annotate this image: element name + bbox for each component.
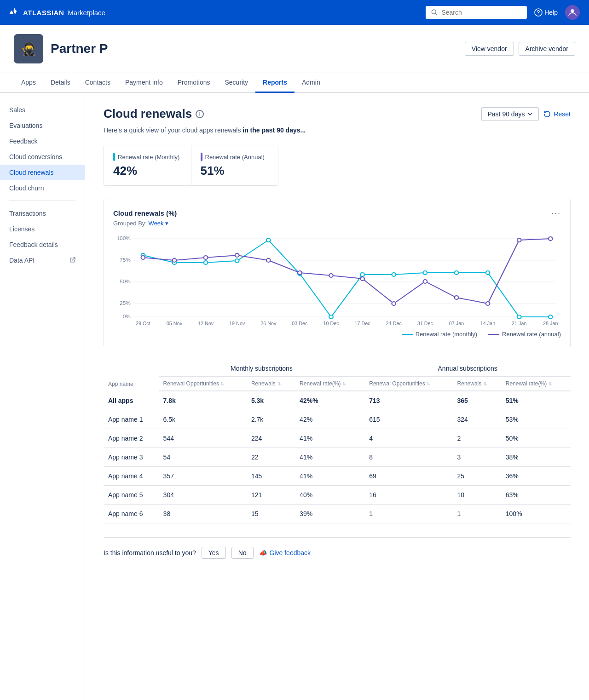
col-a-opp: Renewal Opportunities ⇅	[364, 376, 452, 391]
page-header: Cloud renewals i Past 90 days Reset	[104, 107, 571, 121]
sidebar-label-cloud-renewals: Cloud renewals	[9, 169, 54, 176]
sidebar-item-feedback-details[interactable]: Feedback details	[0, 237, 85, 252]
sort-icon: ⇅	[427, 381, 430, 386]
svg-text:21 Jan: 21 Jan	[512, 321, 527, 326]
sidebar-item-evaluations[interactable]: Evaluations	[0, 118, 85, 133]
reset-button[interactable]: Reset	[543, 110, 571, 118]
search-input[interactable]	[441, 9, 521, 16]
view-vendor-button[interactable]: View vendor	[465, 42, 514, 56]
sidebar-item-sales[interactable]: Sales	[0, 102, 85, 118]
tab-apps[interactable]: Apps	[14, 73, 43, 93]
tab-contacts[interactable]: Contacts	[78, 73, 118, 93]
svg-text:07 Jan: 07 Jan	[449, 321, 464, 326]
cell-m-rate: 41%	[295, 429, 364, 448]
brand-name: ATLASSIAN	[23, 9, 64, 17]
tab-details[interactable]: Details	[43, 73, 78, 93]
chevron-down-icon	[527, 111, 533, 117]
avatar-icon	[568, 8, 577, 17]
tab-security[interactable]: Security	[218, 73, 256, 93]
table-row: App name 5 304 121 40% 16 10 63%	[104, 486, 571, 505]
col-m-ren: Renewals ⇅	[247, 376, 295, 391]
cell-m-rate: 41%	[295, 467, 364, 486]
sidebar-item-cloud-renewals[interactable]: Cloud renewals	[0, 165, 85, 180]
sidebar-label-feedback-details: Feedback details	[9, 241, 58, 248]
svg-text:03 Dec: 03 Dec	[292, 321, 307, 326]
tab-reports[interactable]: Reports	[255, 73, 294, 93]
svg-text:14 Jan: 14 Jan	[480, 321, 496, 326]
annual-dot	[423, 280, 427, 283]
tab-payment-info[interactable]: Payment info	[118, 73, 170, 93]
help-button[interactable]: Help	[534, 8, 558, 17]
search-icon	[431, 9, 438, 16]
sidebar-label-cloud-conversions: Cloud conversions	[9, 153, 62, 161]
cell-a-rate: 38%	[501, 448, 571, 467]
svg-point-0	[432, 10, 436, 14]
subtitle-text: Here's a quick view of your cloud apps r…	[104, 126, 241, 134]
col-app-name: App name	[104, 361, 159, 391]
sidebar-item-cloud-churn[interactable]: Cloud churn	[0, 180, 85, 196]
annual-dot	[235, 253, 239, 257]
legend-purple-line	[488, 334, 499, 335]
table-row: App name 3 54 22 41% 8 3 38%	[104, 448, 571, 467]
sidebar-item-cloud-conversions[interactable]: Cloud conversions	[0, 149, 85, 165]
table-section: App name Monthly subscriptions Annual su…	[104, 361, 571, 523]
cell-a-rate: 63%	[501, 486, 571, 505]
monthly-dot	[486, 271, 490, 275]
cell-m-opp: 544	[159, 429, 247, 448]
chart-more-button[interactable]: ···	[551, 208, 561, 218]
cell-a-ren: 1	[453, 505, 501, 523]
svg-text:05 Nov: 05 Nov	[167, 321, 183, 326]
annual-dot	[360, 277, 364, 281]
tab-admin[interactable]: Admin	[294, 73, 328, 93]
svg-text:50%: 50%	[120, 279, 131, 284]
info-icon[interactable]: i	[196, 110, 204, 118]
monthly-dot	[455, 271, 459, 275]
annual-dot	[549, 237, 553, 241]
legend-annual: Renewal rate (annual)	[488, 331, 561, 338]
col-m-opp: Renewal Opportunities ⇅	[159, 376, 247, 391]
sidebar-divider	[9, 201, 75, 201]
sidebar-item-transactions[interactable]: Transactions	[0, 206, 85, 221]
cell-app-name: App name 3	[104, 448, 159, 467]
chart-grouped-by: Grouped By: Week ▾	[113, 220, 561, 227]
feedback-yes-button[interactable]: Yes	[202, 547, 226, 559]
annual-bar-indicator	[201, 153, 202, 161]
sidebar-item-feedback[interactable]: Feedback	[0, 133, 85, 149]
cell-m-ren: 121	[247, 486, 295, 505]
cell-m-ren: 22	[247, 448, 295, 467]
give-feedback-button[interactable]: 📣 Give feedback	[259, 549, 311, 557]
archive-vendor-button[interactable]: Archive vendor	[519, 42, 575, 56]
cell-a-ren: 2	[453, 429, 501, 448]
sidebar-label-transactions: Transactions	[9, 210, 46, 217]
cell-m-opp: 304	[159, 486, 247, 505]
partner-header: 🥷 Partner P View vendor Archive vendor	[0, 25, 589, 73]
table-row: App name 1 6.5k 2.7k 42% 615 324 53%	[104, 410, 571, 429]
svg-point-3	[571, 9, 574, 13]
tab-promotions[interactable]: Promotions	[170, 73, 218, 93]
sort-icon: ⇅	[548, 381, 552, 386]
chart-group-selector[interactable]: Week ▾	[149, 220, 169, 227]
chart-container: Cloud renewals (%) ··· Grouped By: Week …	[104, 199, 571, 347]
chart-title: Cloud renewals (%)	[113, 209, 177, 217]
monthly-dot	[329, 315, 333, 319]
table-row: App name 2 544 224 41% 4 2 50%	[104, 429, 571, 448]
period-label: Past 90 days	[487, 110, 525, 118]
table-row: App name 4 357 145 41% 69 25 36%	[104, 467, 571, 486]
cell-a-rate: 53%	[501, 410, 571, 429]
feedback-no-button[interactable]: No	[231, 547, 254, 559]
annual-dot	[173, 258, 177, 262]
annual-dot	[298, 271, 302, 275]
cell-a-rate: 100%	[501, 505, 571, 523]
cell-a-opp: 69	[364, 467, 452, 486]
atlassian-logo[interactable]: ATLASSIAN	[9, 7, 64, 18]
search-bar[interactable]	[426, 6, 527, 19]
user-avatar[interactable]	[565, 5, 580, 20]
sidebar-item-licenses[interactable]: Licenses	[0, 221, 85, 237]
sidebar-item-data-api[interactable]: Data API	[0, 252, 85, 268]
cell-a-opp: 8	[364, 448, 452, 467]
sort-icon: ⇅	[220, 381, 224, 386]
cell-a-opp: 615	[364, 410, 452, 429]
period-selector[interactable]: Past 90 days	[481, 107, 539, 121]
cell-a-ren: 365	[453, 391, 501, 410]
svg-text:29 Oct: 29 Oct	[136, 321, 150, 326]
